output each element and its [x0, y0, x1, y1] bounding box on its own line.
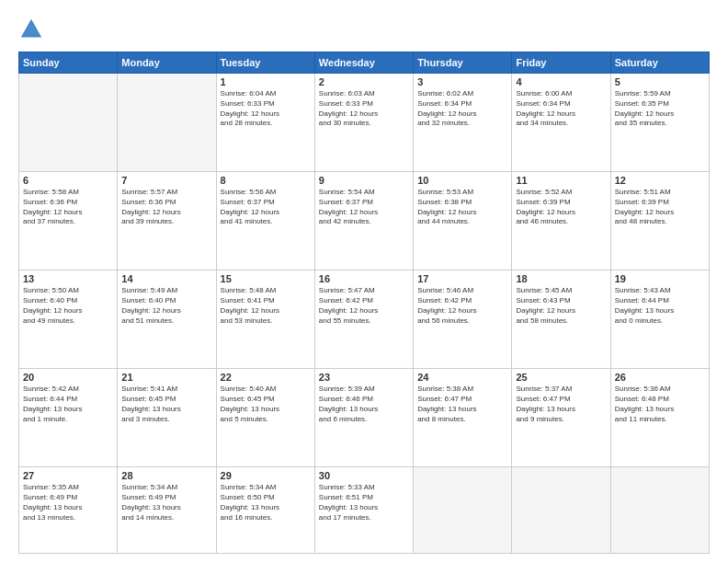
calendar-cell: 25Sunrise: 5:37 AMSunset: 6:47 PMDayligh…	[512, 369, 610, 467]
day-number: 18	[516, 273, 606, 284]
col-header-friday: Friday	[512, 52, 610, 74]
cell-content: Sunrise: 5:36 AMSunset: 6:48 PMDaylight:…	[615, 385, 705, 424]
calendar-cell: 7Sunrise: 5:57 AMSunset: 6:36 PMDaylight…	[118, 172, 216, 270]
day-number: 28	[121, 470, 211, 481]
day-number: 7	[121, 175, 211, 186]
calendar-cell: 12Sunrise: 5:51 AMSunset: 6:39 PMDayligh…	[610, 172, 709, 270]
cell-content: Sunrise: 5:47 AMSunset: 6:42 PMDaylight:…	[319, 286, 409, 326]
col-header-tuesday: Tuesday	[216, 52, 314, 74]
col-header-monday: Monday	[118, 52, 216, 74]
cell-content: Sunrise: 5:37 AMSunset: 6:47 PMDaylight:…	[516, 385, 606, 424]
day-number: 29	[221, 470, 311, 481]
day-number: 15	[221, 273, 311, 284]
cell-content: Sunrise: 5:56 AMSunset: 6:37 PMDaylight:…	[221, 188, 311, 227]
calendar-cell: 30Sunrise: 5:33 AMSunset: 6:51 PMDayligh…	[314, 467, 413, 554]
calendar-cell: 9Sunrise: 5:54 AMSunset: 6:37 PMDaylight…	[314, 172, 413, 270]
calendar-cell: 20Sunrise: 5:42 AMSunset: 6:44 PMDayligh…	[19, 369, 118, 467]
day-number: 30	[319, 470, 409, 481]
day-number: 11	[516, 175, 606, 186]
cell-content: Sunrise: 5:59 AMSunset: 6:35 PMDaylight:…	[615, 89, 705, 129]
calendar-cell: 4Sunrise: 6:00 AMSunset: 6:34 PMDaylight…	[512, 74, 610, 172]
calendar-cell: 3Sunrise: 6:02 AMSunset: 6:34 PMDaylight…	[414, 74, 512, 172]
cell-content: Sunrise: 5:52 AMSunset: 6:39 PMDaylight:…	[516, 188, 606, 227]
calendar-cell	[118, 74, 216, 172]
day-number: 1	[221, 76, 311, 87]
cell-content: Sunrise: 5:34 AMSunset: 6:50 PMDaylight:…	[221, 483, 311, 523]
calendar-cell: 21Sunrise: 5:41 AMSunset: 6:45 PMDayligh…	[118, 369, 216, 467]
calendar-cell: 8Sunrise: 5:56 AMSunset: 6:37 PMDaylight…	[216, 172, 314, 270]
day-number: 24	[417, 372, 507, 383]
calendar-cell: 18Sunrise: 5:45 AMSunset: 6:43 PMDayligh…	[512, 270, 610, 369]
day-number: 12	[615, 175, 705, 186]
calendar-cell	[19, 74, 118, 172]
day-number: 19	[615, 273, 705, 284]
cell-content: Sunrise: 5:57 AMSunset: 6:36 PMDaylight:…	[121, 188, 211, 227]
calendar-cell: 14Sunrise: 5:49 AMSunset: 6:40 PMDayligh…	[118, 270, 216, 369]
calendar-cell: 19Sunrise: 5:43 AMSunset: 6:44 PMDayligh…	[610, 270, 709, 369]
cell-content: Sunrise: 5:42 AMSunset: 6:44 PMDaylight:…	[23, 385, 113, 424]
day-number: 9	[319, 175, 409, 186]
calendar-cell: 5Sunrise: 5:59 AMSunset: 6:35 PMDaylight…	[610, 74, 709, 172]
week-row-4: 20Sunrise: 5:42 AMSunset: 6:44 PMDayligh…	[19, 369, 710, 467]
calendar-header-row: SundayMondayTuesdayWednesdayThursdayFrid…	[19, 52, 710, 74]
cell-content: Sunrise: 5:33 AMSunset: 6:51 PMDaylight:…	[319, 483, 409, 523]
header	[18, 17, 710, 42]
day-number: 2	[319, 76, 409, 87]
day-number: 26	[615, 372, 705, 383]
cell-content: Sunrise: 5:54 AMSunset: 6:37 PMDaylight:…	[319, 188, 409, 227]
calendar-cell: 16Sunrise: 5:47 AMSunset: 6:42 PMDayligh…	[314, 270, 413, 369]
day-number: 8	[221, 175, 311, 186]
calendar-cell: 13Sunrise: 5:50 AMSunset: 6:40 PMDayligh…	[19, 270, 118, 369]
calendar-cell: 15Sunrise: 5:48 AMSunset: 6:41 PMDayligh…	[216, 270, 314, 369]
calendar-cell: 2Sunrise: 6:03 AMSunset: 6:33 PMDaylight…	[314, 74, 413, 172]
cell-content: Sunrise: 5:51 AMSunset: 6:39 PMDaylight:…	[615, 188, 705, 227]
cell-content: Sunrise: 5:45 AMSunset: 6:43 PMDaylight:…	[516, 286, 606, 326]
col-header-thursday: Thursday	[414, 52, 512, 74]
calendar-cell	[414, 467, 512, 554]
calendar-cell	[610, 467, 709, 554]
day-number: 20	[23, 372, 113, 383]
cell-content: Sunrise: 5:48 AMSunset: 6:41 PMDaylight:…	[221, 286, 311, 326]
cell-content: Sunrise: 5:39 AMSunset: 6:46 PMDaylight:…	[319, 385, 409, 424]
calendar-cell: 28Sunrise: 5:34 AMSunset: 6:49 PMDayligh…	[118, 467, 216, 554]
day-number: 6	[23, 175, 113, 186]
day-number: 21	[121, 372, 211, 383]
cell-content: Sunrise: 6:03 AMSunset: 6:33 PMDaylight:…	[319, 89, 409, 129]
cell-content: Sunrise: 5:58 AMSunset: 6:36 PMDaylight:…	[23, 188, 113, 227]
calendar-cell: 17Sunrise: 5:46 AMSunset: 6:42 PMDayligh…	[414, 270, 512, 369]
calendar-cell	[512, 467, 610, 554]
calendar-cell: 29Sunrise: 5:34 AMSunset: 6:50 PMDayligh…	[216, 467, 314, 554]
calendar-cell: 27Sunrise: 5:35 AMSunset: 6:49 PMDayligh…	[19, 467, 118, 554]
cell-content: Sunrise: 5:35 AMSunset: 6:49 PMDaylight:…	[23, 483, 113, 523]
calendar-cell: 26Sunrise: 5:36 AMSunset: 6:48 PMDayligh…	[610, 369, 709, 467]
day-number: 14	[121, 273, 211, 284]
cell-content: Sunrise: 5:38 AMSunset: 6:47 PMDaylight:…	[417, 385, 507, 424]
col-header-sunday: Sunday	[19, 52, 118, 74]
day-number: 10	[417, 175, 507, 186]
col-header-saturday: Saturday	[610, 52, 709, 74]
col-header-wednesday: Wednesday	[314, 52, 413, 74]
cell-content: Sunrise: 5:50 AMSunset: 6:40 PMDaylight:…	[23, 286, 113, 326]
day-number: 25	[516, 372, 606, 383]
day-number: 17	[417, 273, 507, 284]
calendar-table: SundayMondayTuesdayWednesdayThursdayFrid…	[18, 52, 710, 554]
week-row-3: 13Sunrise: 5:50 AMSunset: 6:40 PMDayligh…	[19, 270, 710, 369]
page: SundayMondayTuesdayWednesdayThursdayFrid…	[0, 0, 728, 563]
calendar-cell: 11Sunrise: 5:52 AMSunset: 6:39 PMDayligh…	[512, 172, 610, 270]
day-number: 22	[221, 372, 311, 383]
logo	[18, 17, 48, 42]
svg-marker-1	[23, 23, 40, 35]
week-row-2: 6Sunrise: 5:58 AMSunset: 6:36 PMDaylight…	[19, 172, 710, 270]
cell-content: Sunrise: 5:43 AMSunset: 6:44 PMDaylight:…	[615, 286, 705, 326]
day-number: 3	[417, 76, 507, 87]
logo-icon	[18, 17, 44, 42]
cell-content: Sunrise: 5:41 AMSunset: 6:45 PMDaylight:…	[121, 385, 211, 424]
calendar-cell: 1Sunrise: 6:04 AMSunset: 6:33 PMDaylight…	[216, 74, 314, 172]
cell-content: Sunrise: 5:46 AMSunset: 6:42 PMDaylight:…	[417, 286, 507, 326]
calendar-cell: 22Sunrise: 5:40 AMSunset: 6:45 PMDayligh…	[216, 369, 314, 467]
calendar-cell: 23Sunrise: 5:39 AMSunset: 6:46 PMDayligh…	[314, 369, 413, 467]
day-number: 27	[23, 470, 113, 481]
day-number: 5	[615, 76, 705, 87]
cell-content: Sunrise: 6:02 AMSunset: 6:34 PMDaylight:…	[417, 89, 507, 129]
day-number: 13	[23, 273, 113, 284]
